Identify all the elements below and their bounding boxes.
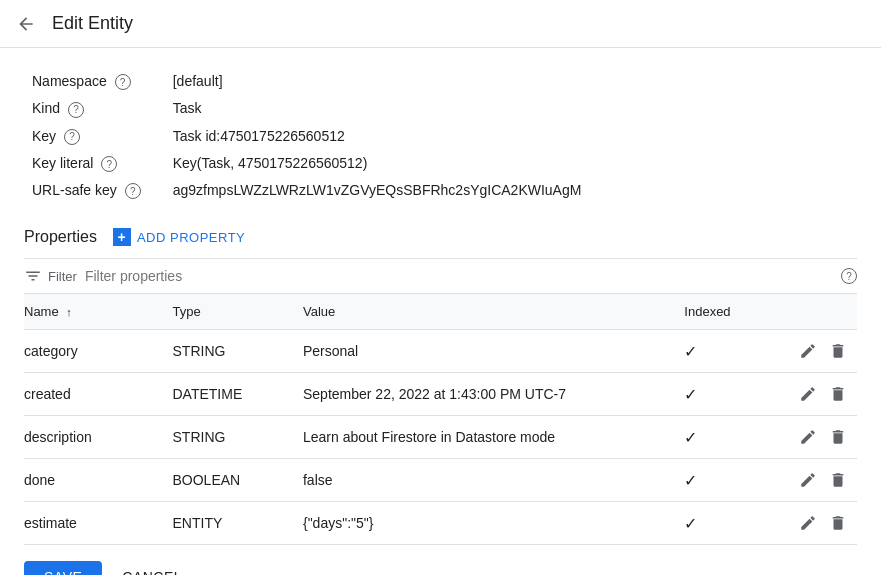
- edit-property-button[interactable]: [797, 469, 819, 491]
- delete-property-button[interactable]: [827, 512, 849, 534]
- prop-actions: [777, 373, 857, 416]
- entity-field-value: Key(Task, 4750175226560512): [165, 150, 590, 177]
- help-icon[interactable]: ?: [64, 129, 80, 145]
- entity-field-label: Namespace ?: [24, 68, 165, 95]
- delete-property-button[interactable]: [827, 340, 849, 362]
- check-icon: ✓: [684, 429, 697, 446]
- prop-name: estimate: [24, 502, 165, 545]
- prop-indexed: ✓: [676, 502, 776, 545]
- table-header: Name ↑ Type Value Indexed: [24, 294, 857, 330]
- filter-icon-area: Filter: [24, 267, 77, 285]
- filter-bar: Filter ?: [24, 258, 857, 294]
- header: Edit Entity: [0, 0, 881, 48]
- table-row: category STRING Personal ✓: [24, 330, 857, 373]
- edit-property-button[interactable]: [797, 426, 819, 448]
- prop-value: Personal: [295, 330, 676, 373]
- entity-field-value: Task: [165, 95, 590, 122]
- add-property-label: ADD PROPERTY: [137, 230, 245, 245]
- cancel-button[interactable]: CANCEL: [118, 561, 186, 575]
- filter-help-icon[interactable]: ?: [841, 268, 857, 284]
- entity-info-row: URL-safe key ? ag9zfmpsLWZzLWRzLW1vZGVyE…: [24, 177, 589, 204]
- col-header-actions: [777, 294, 857, 330]
- prop-type: BOOLEAN: [165, 459, 295, 502]
- prop-indexed: ✓: [676, 459, 776, 502]
- prop-actions: [777, 459, 857, 502]
- back-icon[interactable]: [16, 14, 36, 34]
- edit-property-button[interactable]: [797, 340, 819, 362]
- check-icon: ✓: [684, 515, 697, 532]
- save-button[interactable]: SAVE: [24, 561, 102, 575]
- properties-section: Properties + ADD PROPERTY Filter ? Name …: [0, 220, 881, 545]
- table-row: estimate ENTITY {"days":"5"} ✓: [24, 502, 857, 545]
- properties-table: Name ↑ Type Value Indexed category STRIN…: [24, 294, 857, 545]
- entity-field-value: Task id:4750175226560512: [165, 123, 590, 150]
- edit-property-button[interactable]: [797, 383, 819, 405]
- entity-info-row: Key literal ? Key(Task, 4750175226560512…: [24, 150, 589, 177]
- help-icon[interactable]: ?: [101, 156, 117, 172]
- check-icon: ✓: [684, 343, 697, 360]
- entity-field-value: [default]: [165, 68, 590, 95]
- prop-indexed: ✓: [676, 330, 776, 373]
- prop-actions: [777, 416, 857, 459]
- entity-info-row: Kind ? Task: [24, 95, 589, 122]
- col-header-name: Name ↑: [24, 294, 165, 330]
- col-header-indexed: Indexed: [676, 294, 776, 330]
- prop-type: STRING: [165, 330, 295, 373]
- sort-arrow-icon: ↑: [66, 306, 72, 318]
- table-row: done BOOLEAN false ✓: [24, 459, 857, 502]
- prop-actions: [777, 502, 857, 545]
- entity-field-label: Key ?: [24, 123, 165, 150]
- entity-field-label: URL-safe key ?: [24, 177, 165, 204]
- entity-field-value: ag9zfmpsLWZzLWRzLW1vZGVyEQsSBFRhc2sYgICA…: [165, 177, 590, 204]
- help-icon[interactable]: ?: [115, 74, 131, 90]
- prop-name: category: [24, 330, 165, 373]
- footer: SAVE CANCEL: [0, 545, 881, 575]
- col-header-value: Value: [295, 294, 676, 330]
- prop-name: done: [24, 459, 165, 502]
- check-icon: ✓: [684, 386, 697, 403]
- entity-field-label: Kind ?: [24, 95, 165, 122]
- prop-type: ENTITY: [165, 502, 295, 545]
- properties-title: Properties: [24, 228, 97, 246]
- prop-value: September 22, 2022 at 1:43:00 PM UTC-7: [295, 373, 676, 416]
- prop-name: created: [24, 373, 165, 416]
- entity-info-table: Namespace ? [default] Kind ? Task Key ? …: [24, 68, 589, 204]
- prop-indexed: ✓: [676, 373, 776, 416]
- filter-input[interactable]: [85, 268, 841, 284]
- delete-property-button[interactable]: [827, 426, 849, 448]
- properties-header: Properties + ADD PROPERTY: [24, 228, 857, 246]
- table-row: description STRING Learn about Firestore…: [24, 416, 857, 459]
- page-title: Edit Entity: [52, 13, 133, 34]
- delete-property-button[interactable]: [827, 383, 849, 405]
- table-row: created DATETIME September 22, 2022 at 1…: [24, 373, 857, 416]
- entity-info-row: Namespace ? [default]: [24, 68, 589, 95]
- col-header-type: Type: [165, 294, 295, 330]
- add-icon: +: [113, 228, 131, 246]
- prop-name: description: [24, 416, 165, 459]
- prop-type: STRING: [165, 416, 295, 459]
- prop-actions: [777, 330, 857, 373]
- entity-info: Namespace ? [default] Kind ? Task Key ? …: [0, 48, 881, 220]
- prop-value: false: [295, 459, 676, 502]
- properties-table-body: category STRING Personal ✓ created: [24, 330, 857, 545]
- help-icon[interactable]: ?: [68, 102, 84, 118]
- edit-property-button[interactable]: [797, 512, 819, 534]
- filter-label: Filter: [48, 269, 77, 284]
- entity-info-row: Key ? Task id:4750175226560512: [24, 123, 589, 150]
- prop-value: Learn about Firestore in Datastore mode: [295, 416, 676, 459]
- prop-indexed: ✓: [676, 416, 776, 459]
- prop-value: {"days":"5"}: [295, 502, 676, 545]
- check-icon: ✓: [684, 472, 697, 489]
- help-icon[interactable]: ?: [125, 183, 141, 199]
- entity-field-label: Key literal ?: [24, 150, 165, 177]
- add-property-button[interactable]: + ADD PROPERTY: [113, 228, 245, 246]
- delete-property-button[interactable]: [827, 469, 849, 491]
- prop-type: DATETIME: [165, 373, 295, 416]
